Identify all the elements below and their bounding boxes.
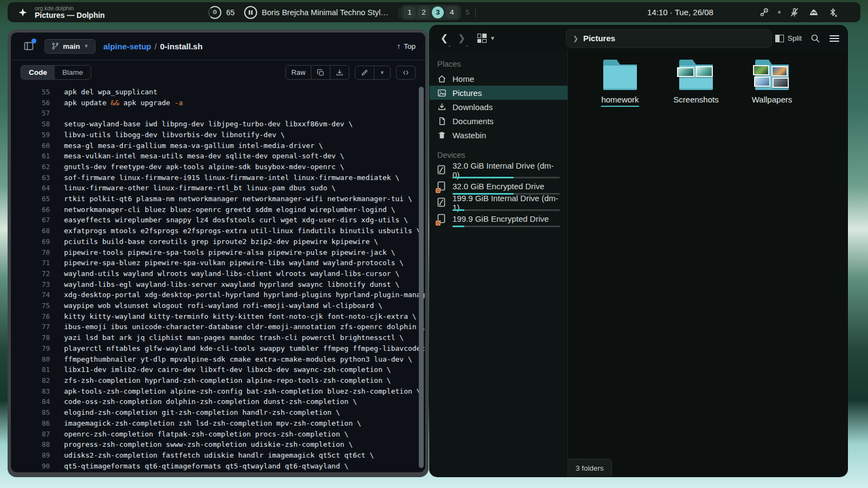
workspace-1[interactable]: 1 — [404, 7, 416, 18]
folder-icon — [679, 60, 713, 90]
line-number[interactable]: 81 — [11, 364, 50, 375]
code-area[interactable]: 55apk del wpa_supplicant56apk update && … — [11, 85, 425, 472]
folder-wallpapers[interactable]: Wallpapers — [735, 60, 809, 107]
line-number[interactable]: 91 — [11, 471, 50, 472]
document-icon — [437, 117, 446, 126]
line-number[interactable]: 77 — [11, 322, 50, 332]
view-mode-button[interactable]: ▼ — [477, 34, 495, 43]
place-label: Home — [452, 74, 474, 84]
sidebar-item-wastebin[interactable]: Wastebin — [430, 128, 567, 142]
line-number[interactable]: 60 — [11, 140, 50, 151]
copy-icon[interactable] — [311, 66, 330, 79]
branch-selector[interactable]: main ▼ — [44, 39, 95, 54]
workspace-3[interactable]: 3 — [432, 7, 444, 18]
file-tree-toggle-icon[interactable] — [21, 38, 37, 54]
line-text: wayland-libs-egl wayland-libs-server xwa… — [50, 279, 399, 290]
line-number[interactable]: 82 — [11, 375, 50, 386]
clock[interactable]: 14:10 · Tue, 26/08 — [626, 2, 735, 22]
steam-icon[interactable] — [759, 7, 769, 17]
workspace-switcher: 1234 5 — [400, 2, 481, 22]
forward-button[interactable]: ❯⌄ — [455, 31, 469, 46]
line-number[interactable]: 85 — [11, 407, 50, 418]
back-to-top-link[interactable]: ↑ Top — [397, 42, 416, 50]
line-number[interactable]: 79 — [11, 343, 50, 354]
folder-screenshots[interactable]: Screenshots — [659, 60, 733, 107]
device-item[interactable]: 199.9 GiB Encrypted Drive — [430, 211, 567, 228]
line-number[interactable]: 58 — [11, 119, 50, 130]
download-icon[interactable] — [330, 66, 349, 79]
workspace-2[interactable]: 2 — [418, 7, 430, 18]
folder-view[interactable]: homeworkScreenshotsWallpapers 3 folders — [568, 51, 847, 477]
search-icon[interactable] — [810, 34, 820, 43]
line-number[interactable]: 66 — [11, 204, 50, 215]
line-number[interactable]: 87 — [11, 429, 50, 440]
line-number[interactable]: 83 — [11, 386, 50, 397]
line-number[interactable]: 69 — [11, 236, 50, 247]
line-number[interactable]: 72 — [11, 268, 50, 279]
edit-pencil-icon[interactable] — [355, 66, 374, 79]
home-icon — [437, 74, 446, 84]
device-item[interactable]: 32.0 GiB Internal Drive (dm-0) — [430, 163, 567, 179]
line-number[interactable]: 73 — [11, 279, 50, 290]
code-line: 65rtkit polkit-qt6 plasma-nm networkmana… — [11, 194, 425, 204]
line-number[interactable]: 57 — [11, 108, 50, 119]
line-number[interactable]: 88 — [11, 439, 50, 450]
line-number[interactable]: 56 — [11, 98, 50, 108]
code-line: 84code-oss-zsh-completion dolphin-zsh-co… — [11, 396, 425, 407]
folder-homework[interactable]: homework — [583, 60, 657, 107]
line-number[interactable]: 74 — [11, 290, 50, 300]
device-item[interactable]: 32.0 GiB Encrypted Drive — [430, 179, 567, 195]
line-number[interactable]: 59 — [11, 130, 50, 140]
line-number[interactable]: 75 — [11, 300, 50, 311]
line-number[interactable]: 76 — [11, 311, 50, 322]
line-number[interactable]: 89 — [11, 450, 50, 461]
raw-button[interactable]: Raw — [286, 66, 311, 79]
hamburger-menu-icon[interactable] — [829, 34, 840, 43]
line-number[interactable]: 78 — [11, 332, 50, 343]
network-icon[interactable] — [808, 7, 819, 17]
line-number[interactable]: 63 — [11, 172, 50, 183]
line-number[interactable]: 62 — [11, 162, 50, 172]
sidebar-item-home[interactable]: Home — [430, 72, 567, 86]
workspace-4[interactable]: 4 — [446, 7, 458, 18]
line-text: mesa-gl mesa-dri-gallium mesa-va-gallium… — [50, 140, 323, 151]
workspace-5[interactable]: 5 — [465, 8, 470, 16]
scrollbar-thumb[interactable] — [419, 87, 424, 468]
split-button[interactable]: Split — [775, 34, 802, 42]
breadcrumb-pictures[interactable]: Pictures — [583, 34, 615, 43]
line-number[interactable]: 67 — [11, 215, 50, 226]
divider — [475, 8, 476, 17]
sparkle-icon — [17, 7, 28, 18]
media-title[interactable]: Boris Brejcha Minimal Techno Styl… — [262, 8, 388, 17]
bluetooth-off-icon[interactable] — [828, 7, 838, 17]
line-number[interactable]: 70 — [11, 247, 50, 258]
line-number[interactable]: 65 — [11, 194, 50, 204]
tab-code[interactable]: Code — [21, 66, 55, 79]
folder-icon — [603, 60, 637, 90]
back-button[interactable]: ❮⌄ — [437, 31, 451, 46]
line-number[interactable]: 68 — [11, 226, 50, 236]
pause-icon[interactable] — [244, 6, 257, 19]
line-number[interactable]: 90 — [11, 461, 50, 472]
sidebar-item-downloads[interactable]: Downloads — [430, 100, 567, 114]
mic-muted-icon[interactable] — [789, 7, 800, 17]
device-item[interactable]: 199.9 GiB Internal Drive (dm-1) — [430, 195, 567, 211]
line-number[interactable]: 84 — [11, 396, 50, 407]
line-text: rtkit polkit-qt6 plasma-nm networkmanage… — [50, 194, 412, 204]
line-number[interactable]: 80 — [11, 354, 50, 365]
code-line: 79playerctl nftables glfw-wayland kde-cl… — [11, 343, 425, 354]
edit-dropdown-icon[interactable]: ▼ — [374, 66, 390, 79]
symbols-panel-icon[interactable] — [397, 66, 415, 79]
repo-link[interactable]: alpine-setup — [103, 42, 151, 51]
line-number[interactable]: 71 — [11, 258, 50, 268]
sidebar-item-documents[interactable]: Documents — [430, 114, 567, 128]
line-number[interactable]: 61 — [11, 151, 50, 162]
sidebar-item-pictures[interactable]: Pictures — [430, 86, 567, 100]
location-bar[interactable]: ❯ Pictures — [566, 29, 772, 48]
line-number[interactable]: 64 — [11, 183, 50, 194]
line-number[interactable]: 86 — [11, 418, 50, 429]
line-number[interactable]: 55 — [11, 87, 50, 98]
device-label: 199.9 GiB Encrypted Drive — [452, 214, 549, 223]
tab-blame[interactable]: Blame — [55, 66, 91, 79]
line-text: apk update && apk upgrade -a — [50, 98, 183, 108]
